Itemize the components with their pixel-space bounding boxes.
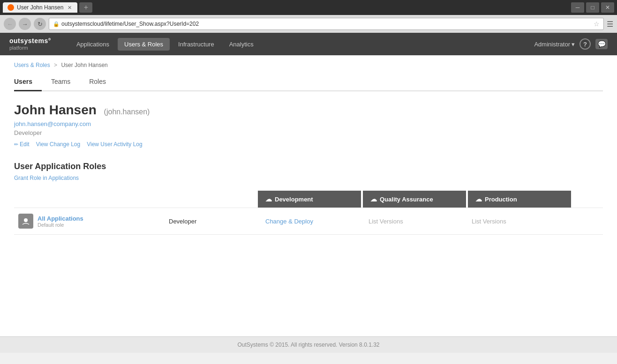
breadcrumb-current: User John Hansen	[61, 62, 107, 68]
env-header-qa: ☁ Quality Assurance	[363, 191, 466, 208]
env-prod-label: Production	[485, 196, 517, 203]
browser-toolbar: ← → ↻ 🔒 outsystemscloud/lifetime/User_Sh…	[0, 15, 617, 33]
bookmark-icon[interactable]: ☆	[594, 20, 600, 28]
browser-tab: User John Hansen ✕	[3, 2, 77, 13]
tab-favicon	[8, 4, 14, 11]
app-name-cell: All Applications Default role	[38, 215, 169, 228]
env-spacer	[14, 191, 258, 208]
top-nav: outsystems° platform Applications Users …	[0, 33, 617, 55]
logo-sub: platform	[9, 45, 51, 51]
env-divider-1	[361, 191, 362, 208]
env-divider-2	[466, 191, 467, 208]
reload-button[interactable]: ↻	[34, 18, 46, 30]
svg-point-0	[24, 218, 28, 222]
nav-links: Applications Users & Roles Infrastructur…	[70, 38, 534, 51]
grant-role-link[interactable]: Grant Role in Applications	[14, 175, 79, 181]
back-button[interactable]: ←	[4, 18, 16, 30]
forward-button[interactable]: →	[19, 18, 31, 30]
table-row: All Applications Default role Developer …	[14, 208, 603, 235]
app-roles-section: User Application Roles Grant Role in App…	[14, 162, 603, 235]
browser-menu-icon[interactable]: ☰	[607, 20, 613, 29]
user-username: (john.hansen)	[104, 108, 150, 116]
nav-users-roles[interactable]: Users & Roles	[118, 38, 170, 51]
user-email[interactable]: john.hansen@company.com	[14, 120, 603, 127]
nav-applications[interactable]: Applications	[70, 38, 116, 51]
browser-chrome: User John Hansen ✕ + ─ □ ✕ ← → ↻ 🔒 outsy…	[0, 0, 617, 33]
view-activity-log-link[interactable]: View User Activity Log	[87, 141, 143, 148]
user-full-name: John Hansen (john.hansen)	[14, 103, 603, 118]
app-default-role: Default role	[38, 222, 169, 228]
url-bar[interactable]: 🔒 outsystemscloud/lifetime/User_Show.asp…	[49, 18, 604, 30]
env-header-dev: ☁ Development	[258, 191, 361, 208]
close-window-button[interactable]: ✕	[601, 2, 614, 13]
app-name-link[interactable]: All Applications	[38, 215, 83, 222]
footer-text: OutSystems © 2015. All rights reserved. …	[238, 342, 380, 348]
app-container: outsystems° platform Applications Users …	[0, 33, 617, 353]
breadcrumb: Users & Roles > User John Hansen	[14, 55, 603, 73]
chat-icon[interactable]: 💬	[595, 39, 608, 49]
footer: OutSystems © 2015. All rights reserved. …	[0, 336, 617, 353]
cloud-icon-qa: ☁	[370, 195, 377, 203]
user-actions: ✏ Edit View Change Log View User Activit…	[14, 141, 603, 148]
view-activity-log-label: View User Activity Log	[87, 141, 143, 148]
tabs: Users Teams Roles	[14, 73, 603, 91]
tab-roles[interactable]: Roles	[80, 73, 115, 91]
tab-title: User John Hansen	[17, 4, 63, 11]
env-header-prod: ☁ Production	[468, 191, 571, 208]
nav-right: Administrator ▾ ? 💬	[534, 38, 608, 50]
content-area: Users & Roles > User John Hansen Users T…	[0, 55, 617, 336]
new-tab-button[interactable]: +	[79, 2, 92, 13]
tab-close-button[interactable]: ✕	[66, 4, 73, 11]
app-icon	[18, 214, 33, 229]
admin-label: Administrator	[534, 41, 570, 48]
admin-dropdown-button[interactable]: Administrator ▾	[534, 41, 575, 48]
tab-teams[interactable]: Teams	[42, 73, 80, 91]
logo-main: outsystems°	[9, 37, 51, 45]
env-qa-label: Quality Assurance	[380, 196, 433, 203]
nav-analytics[interactable]: Analytics	[223, 38, 260, 51]
admin-dropdown-icon: ▾	[572, 41, 575, 48]
env-dev-label: Development	[275, 196, 313, 203]
edit-icon: ✏	[14, 141, 18, 148]
app-dev-perm: Change & Deploy	[258, 218, 361, 225]
tab-users[interactable]: Users	[14, 73, 42, 91]
browser-titlebar: User John Hansen ✕ + ─ □ ✕	[0, 0, 617, 15]
logo: outsystems° platform	[9, 37, 51, 51]
app-role-cell: Developer	[169, 218, 258, 225]
url-text: outsystemscloud/lifetime/User_Show.aspx?…	[61, 21, 592, 27]
app-prod-perm: List Versions	[464, 218, 567, 225]
url-lock-icon: 🔒	[53, 21, 60, 27]
maximize-button[interactable]: □	[586, 2, 599, 13]
minimize-button[interactable]: ─	[571, 2, 584, 13]
edit-label: Edit	[20, 141, 30, 148]
app-icon-svg	[22, 217, 30, 225]
cloud-icon-prod: ☁	[475, 195, 482, 203]
env-headers-row: ☁ Development ☁ Quality Assurance ☁ Prod…	[14, 191, 603, 208]
breadcrumb-parent-link[interactable]: Users & Roles	[14, 62, 50, 68]
view-change-log-link[interactable]: View Change Log	[36, 141, 81, 148]
section-title: User Application Roles	[14, 162, 603, 171]
breadcrumb-separator: >	[54, 62, 57, 68]
window-controls: ─ □ ✕	[571, 2, 614, 13]
help-icon[interactable]: ?	[579, 38, 591, 50]
app-qa-perm: List Versions	[361, 218, 464, 225]
user-role: Developer	[14, 129, 603, 136]
user-info: John Hansen (john.hansen) john.hansen@co…	[14, 103, 603, 148]
app-icon-cell	[14, 214, 38, 229]
nav-infrastructure[interactable]: Infrastructure	[172, 38, 221, 51]
edit-link[interactable]: ✏ Edit	[14, 141, 30, 148]
view-change-log-label: View Change Log	[36, 141, 81, 148]
cloud-icon-dev: ☁	[265, 195, 272, 203]
